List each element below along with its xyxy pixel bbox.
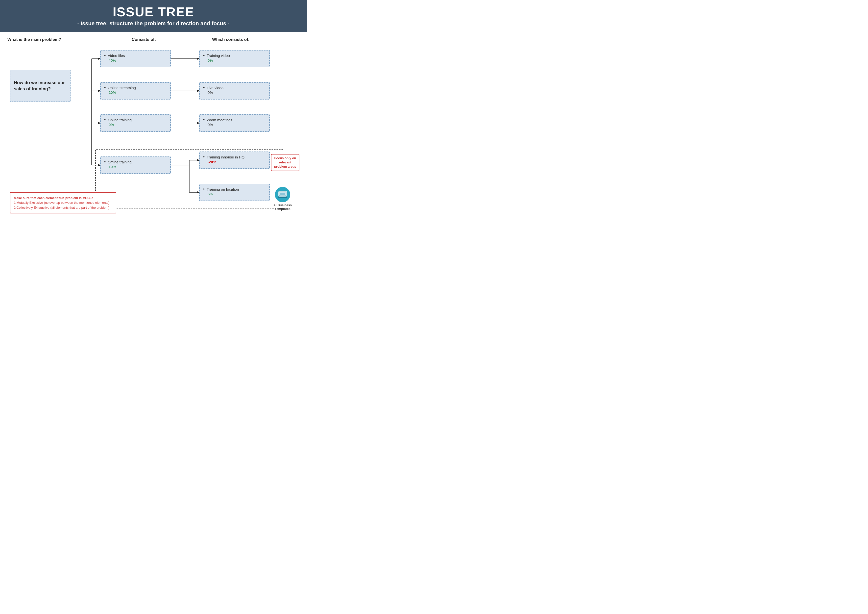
- box-training-video: • Training video 0%: [199, 50, 270, 67]
- bullet-dot: •: [203, 117, 205, 122]
- page-subtitle: - Issue tree: structure the problem for …: [8, 20, 299, 27]
- bullet-dot: •: [104, 53, 105, 58]
- focus-note: Focus only on relevant problem areas: [271, 154, 299, 171]
- abt-logo-circle: [275, 187, 290, 202]
- tree-area: How do we increase our sales of training…: [8, 45, 299, 213]
- label-online-streaming: Online streaming: [108, 85, 136, 90]
- main-problem-text: How do we increase our sales of training…: [14, 80, 67, 92]
- box-live-video: • Live video 0%: [199, 82, 270, 99]
- bullet-dot: •: [203, 187, 205, 192]
- pct-zoom: 0%: [208, 123, 213, 127]
- main-problem-box: How do we increase our sales of training…: [10, 70, 71, 102]
- pct-offline-training: 10%: [108, 165, 116, 169]
- bullet-dot: •: [203, 154, 205, 159]
- bottom-note-line3: 2 Collectively Exhaustive (all elements …: [14, 205, 112, 210]
- label-inhouse: Training inhouse in HQ: [207, 155, 245, 159]
- box-video-files: • Video files 40%: [100, 50, 171, 67]
- label-location: Training on location: [207, 187, 239, 191]
- bullet-dot: •: [203, 85, 205, 90]
- label-offline-training: Offline training: [108, 160, 132, 164]
- bullet-dot: •: [203, 53, 205, 58]
- bottom-note-line1: Make sure that each element/sub-problem …: [14, 196, 112, 201]
- pct-live-video: 0%: [208, 90, 213, 95]
- pct-inhouse: -20%: [208, 160, 216, 164]
- label-live-video: Live video: [207, 85, 223, 90]
- column-headers: What is the main problem? Consists of: W…: [8, 37, 299, 42]
- abt-logo: AllBusinessTemplates: [270, 187, 295, 211]
- bottom-note-box: Make sure that each element/sub-problem …: [10, 192, 116, 214]
- label-zoom: Zoom meetings: [207, 118, 232, 122]
- header: ISSUE TREE - Issue tree: structure the p…: [0, 0, 307, 32]
- pct-online-training: 0%: [108, 123, 114, 127]
- pct-video-files: 40%: [108, 58, 116, 62]
- svg-rect-16: [280, 193, 285, 195]
- label-online-training: Online training: [108, 118, 132, 122]
- pct-location: 5%: [208, 192, 213, 196]
- box-zoom-meetings: • Zoom meetings 0%: [199, 114, 270, 132]
- bullet-dot: •: [104, 159, 105, 165]
- label-video-files: Video files: [108, 53, 125, 58]
- box-training-location: • Training on location 5%: [199, 184, 270, 201]
- box-offline-training: • Offline training 10%: [100, 157, 171, 174]
- main-content: What is the main problem? Consists of: W…: [0, 32, 307, 218]
- page-title: ISSUE TREE: [8, 5, 299, 19]
- abt-logo-text: AllBusinessTemplates: [273, 203, 292, 211]
- bullet-dot: •: [104, 117, 105, 122]
- svg-rect-15: [278, 197, 287, 197]
- box-online-streaming: • Online streaming 20%: [100, 82, 171, 99]
- label-training-video: Training video: [207, 53, 230, 58]
- bottom-note-line2: 1 Mutually Exclusive (no overlap between…: [14, 200, 112, 205]
- laptop-icon: [278, 191, 287, 198]
- pct-streaming: 20%: [108, 90, 116, 95]
- bullet-dot: •: [104, 85, 105, 90]
- pct-training-video: 0%: [208, 58, 213, 62]
- col-header-2: Consists of:: [100, 37, 188, 42]
- box-online-training: • Online training 0%: [100, 114, 171, 132]
- col-header-1: What is the main problem?: [8, 37, 71, 42]
- col-header-3: Which consists of:: [212, 37, 299, 42]
- box-training-inhouse: • Training inhouse in HQ -20%: [199, 152, 270, 169]
